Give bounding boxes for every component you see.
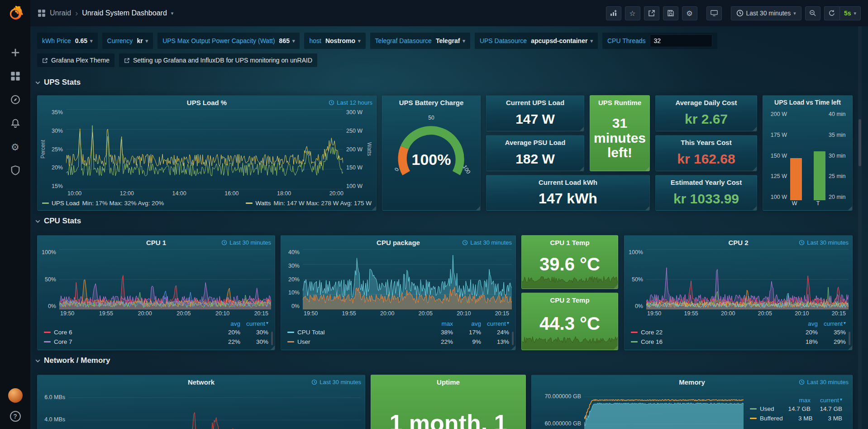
panel-title[interactable]: Network (188, 378, 215, 386)
panel-title[interactable]: UPS Load % (187, 99, 227, 106)
row-toggle-cpu-stats[interactable]: CPU Stats (35, 217, 81, 226)
refresh-button[interactable] (824, 6, 839, 20)
panel-title[interactable]: Estimated Yearly Cost (671, 178, 742, 186)
cpu2-chart[interactable] (646, 249, 849, 309)
timeseries-plot[interactable] (68, 389, 361, 429)
row-toggle-ups-stats[interactable]: UPS Stats (35, 78, 81, 87)
create-plus-icon[interactable] (10, 47, 21, 58)
sparkline (522, 332, 618, 350)
panel-title[interactable]: Current Load kWh (539, 178, 597, 186)
grafana-logo-icon[interactable] (6, 4, 25, 23)
legend-series-ups-load[interactable]: UPS Load Min: 17% Max: 32% Avg: 20% (42, 200, 164, 207)
legend-sort-max[interactable]: max (779, 397, 811, 404)
legend-sort-current[interactable]: current▾ (481, 320, 509, 327)
tv-mode-button[interactable] (706, 6, 722, 20)
y-axis-left: 6.0 MBs 4.0 MBs 2.0 MBs (39, 389, 68, 429)
clock-icon (329, 100, 334, 106)
legend-series[interactable]: Core 16 (631, 338, 790, 345)
memory-chart[interactable] (584, 389, 744, 429)
explore-compass-icon[interactable] (10, 94, 21, 105)
panel-title[interactable]: UPS Battery Charge (399, 99, 464, 106)
legend-scrollbar[interactable] (512, 332, 514, 345)
add-panel-button[interactable] (606, 6, 621, 20)
legend-series-watts[interactable]: Watts Min: 147 W Max: 278 W Avg: 175 W (246, 200, 372, 207)
row-toggle-network-memory[interactable]: Network / Memory (35, 356, 110, 365)
timeseries-plot[interactable] (303, 249, 512, 309)
legend-scrollbar[interactable] (849, 332, 850, 345)
legend-sort-max[interactable]: max (425, 320, 453, 327)
share-button[interactable] (644, 6, 659, 20)
panel-title[interactable]: UPS Runtime (598, 99, 641, 106)
variable-dropdown[interactable]: Nostromo▾ (325, 37, 361, 44)
timeseries-plot[interactable] (646, 249, 849, 309)
panel-ups-load: UPS Load % Last 12 hours Percent 35%30%2… (37, 95, 377, 211)
variable-dropdown[interactable]: kr▾ (137, 37, 148, 44)
configuration-gear-icon[interactable]: ⚙ (10, 141, 21, 152)
alerting-bell-icon[interactable] (10, 118, 21, 129)
save-button[interactable] (663, 6, 678, 20)
cpu-threads-input[interactable] (650, 34, 712, 47)
network-chart[interactable] (68, 389, 361, 429)
timeseries-plot[interactable] (584, 389, 744, 429)
series-color-dash (44, 332, 51, 333)
help-icon[interactable]: ? (10, 411, 21, 422)
legend-series[interactable]: User (287, 338, 425, 345)
refresh-interval-button[interactable]: 5s ▾ (839, 6, 861, 20)
scrollbar-track[interactable] (858, 26, 862, 429)
legend-series[interactable]: CPU Total (287, 329, 425, 336)
panel-title[interactable]: CPU 1 Temp (550, 239, 589, 246)
panel-title[interactable]: Uptime (437, 378, 460, 386)
panel-title[interactable]: Memory (679, 378, 705, 386)
legend-scrollbar[interactable] (271, 332, 273, 345)
breadcrumb-folder[interactable]: Unraid (50, 9, 71, 17)
panel-title[interactable]: Average PSU Load (505, 139, 566, 146)
scrollbar-thumb[interactable] (858, 119, 861, 166)
legend-sort-avg[interactable]: avg (790, 320, 818, 327)
panel-title[interactable]: CPU 2 (728, 239, 748, 246)
legend-sort-current[interactable]: current▾ (818, 320, 846, 327)
legend-series[interactable]: Core 7 (44, 338, 212, 345)
cpu-package-chart[interactable] (303, 249, 512, 309)
variable-dropdown[interactable]: 865▾ (279, 37, 295, 44)
variable-dropdown[interactable]: 0.65▾ (75, 37, 93, 44)
variable-label: Telegraf Datasource (375, 37, 432, 44)
panel-title[interactable]: CPU package (377, 239, 420, 246)
user-avatar[interactable] (8, 388, 23, 403)
legend-sort-current[interactable]: current▾ (811, 397, 842, 404)
panel-title[interactable]: Current UPS Load (506, 99, 564, 106)
zoom-out-button[interactable] (805, 6, 820, 20)
panel-title[interactable]: Average Daily Cost (675, 99, 737, 106)
variable-dropdown[interactable]: apcupsd-container▾ (531, 37, 593, 44)
legend-sort-avg[interactable]: avg (212, 320, 240, 327)
variable-dropdown[interactable]: Telegraf▾ (436, 37, 465, 44)
cpu1-chart[interactable] (59, 249, 271, 309)
panel-title[interactable]: CPU 2 Temp (550, 296, 589, 304)
timeseries-plot[interactable] (66, 109, 343, 189)
dashboards-grid-icon[interactable] (10, 71, 21, 82)
panel-title[interactable]: UPS Load vs Time left (774, 99, 841, 106)
breadcrumb-dashboard-title[interactable]: Unraid System Dashboard (82, 9, 167, 17)
series-color-dash (287, 341, 294, 342)
legend-sort-current[interactable]: current▾ (240, 320, 268, 327)
legend-series[interactable]: Buffered (750, 415, 783, 422)
legend-series[interactable]: Core 22 (631, 329, 790, 336)
caret-down-icon[interactable]: ▾ (171, 10, 174, 16)
bar-time-fill (814, 151, 825, 200)
panel-title[interactable]: This Years Cost (681, 139, 731, 146)
panel-title[interactable]: CPU 1 (146, 239, 166, 246)
y-axis-left: 70.000000 GB 60.000000 GB 50.000000 GB (534, 389, 584, 429)
legend-sort-avg[interactable]: avg (453, 320, 481, 327)
ups-load-chart[interactable] (66, 109, 343, 189)
timeseries-plot[interactable] (59, 249, 271, 309)
star-button[interactable]: ☆ (625, 6, 640, 20)
bar-chart[interactable] (790, 111, 825, 200)
server-admin-shield-icon[interactable] (10, 165, 21, 176)
link-grafana-plex-theme[interactable]: Grafana Plex Theme (37, 53, 114, 67)
time-range-picker[interactable]: Last 30 minutes ▾ (731, 6, 801, 20)
link-ups-monitoring-guide[interactable]: Setting up Grafana and InfluxDB for UPS … (119, 53, 317, 67)
legend-series[interactable]: Core 6 (44, 329, 212, 336)
gauge-tick-mid: 50 (386, 115, 477, 121)
dashboard-settings-gear-button[interactable]: ⚙ (682, 6, 697, 20)
legend-series[interactable]: Used (750, 405, 779, 412)
legend-row: Used 14.7 GB14.7 GB (750, 404, 842, 414)
